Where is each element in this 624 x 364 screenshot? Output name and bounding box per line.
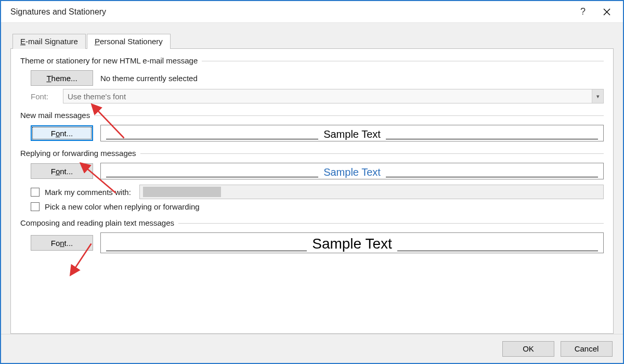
chevron-down-icon: ▾ (592, 89, 603, 103)
plain-sample-box: Sample Text (100, 232, 604, 253)
theme-button[interactable]: Theme... (31, 70, 93, 86)
plain-font-button[interactable]: Font... (31, 235, 93, 251)
client-area: E-mail Signature Personal Stationery The… (1, 23, 623, 334)
pick-color-label: Pick a new color when replying or forwar… (45, 202, 200, 211)
sample-rule (106, 139, 318, 139)
group-title-reply: Replying or forwarding messages (20, 149, 140, 158)
dialog-footer: OK Cancel (1, 334, 623, 363)
group-reply: Replying or forwarding messages Font... … (20, 149, 604, 211)
tab-label: ersonal Stationery (100, 37, 163, 46)
group-plain: Composing and reading plain text message… (20, 218, 604, 253)
mark-comments-input[interactable] (139, 185, 604, 199)
ok-button[interactable]: OK (502, 341, 554, 357)
group-divider (178, 223, 604, 224)
group-divider (140, 153, 604, 154)
mark-comments-value-redacted (143, 187, 221, 197)
mark-comments-label: Mark my comments with: (45, 188, 131, 197)
tabstrip: E-mail Signature Personal Stationery (12, 33, 614, 48)
window-title: Signatures and Stationery (10, 7, 571, 17)
new-mail-font-button[interactable]: Font... (31, 125, 93, 141)
help-button[interactable]: ? (571, 1, 595, 23)
mark-comments-checkbox[interactable] (31, 188, 40, 197)
tab-email-signature[interactable]: E-mail Signature (12, 34, 86, 49)
dialog-window: Signatures and Stationery ? E-mail Signa… (0, 0, 624, 364)
reply-sample-text: Sample Text (323, 167, 381, 177)
group-divider (202, 61, 604, 61)
mark-comments-row: Mark my comments with: (31, 185, 604, 199)
close-icon (603, 8, 610, 16)
cancel-button[interactable]: Cancel (561, 341, 613, 357)
new-mail-sample-box: Sample Text (100, 125, 604, 141)
tab-label: -mail Signature (25, 37, 78, 46)
theme-status: No theme currently selected (100, 74, 198, 83)
plain-sample-text: Sample Text (312, 237, 392, 251)
theme-font-value: Use theme's font (68, 92, 126, 101)
font-theme-label: Font: (31, 92, 51, 101)
reply-sample-box: Sample Text (100, 163, 604, 179)
titlebar: Signatures and Stationery ? (1, 1, 623, 23)
reply-font-button[interactable]: Font... (31, 163, 93, 179)
tab-personal-stationery[interactable]: Personal Stationery (87, 34, 171, 49)
pick-color-row: Pick a new color when replying or forwar… (31, 202, 604, 211)
sample-rule (386, 139, 598, 139)
group-title-theme: Theme or stationery for new HTML e-mail … (20, 56, 202, 65)
group-title-plain: Composing and reading plain text message… (20, 218, 178, 227)
group-new-mail: New mail messages Font... Sample Text (20, 111, 604, 141)
group-theme: Theme or stationery for new HTML e-mail … (20, 56, 604, 103)
sample-rule (386, 177, 598, 177)
sample-rule (397, 251, 598, 251)
pick-color-checkbox[interactable] (31, 202, 40, 211)
new-mail-sample-text: Sample Text (323, 129, 381, 139)
sample-rule (106, 251, 307, 251)
group-divider (94, 115, 604, 116)
group-title-new-mail: New mail messages (20, 111, 94, 120)
close-button[interactable] (595, 1, 619, 23)
tab-panel: Theme or stationery for new HTML e-mail … (10, 48, 614, 334)
sample-rule (106, 177, 318, 177)
theme-font-dropdown: Use theme's font ▾ (63, 89, 604, 103)
